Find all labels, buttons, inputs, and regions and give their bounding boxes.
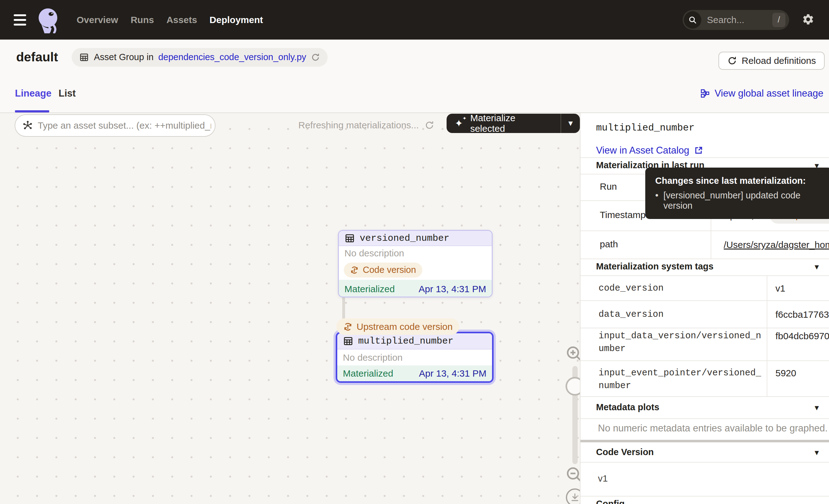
section-header-config[interactable]: Config <box>596 499 625 504</box>
section-divider <box>580 440 829 442</box>
asset-node-description: No description <box>339 246 492 260</box>
path-value-link[interactable]: /Users/sryza/dagster_home/storage/multip <box>724 240 829 250</box>
code-version-chip: Code version <box>344 262 422 278</box>
collapse-caret-icon[interactable]: ▼ <box>813 263 820 271</box>
divider <box>580 230 829 231</box>
code-version-chip-label: Code version <box>363 265 416 275</box>
asset-detail-panel: multiplied_number View in Asset Catalog … <box>580 113 829 504</box>
settings-gear-icon[interactable] <box>801 13 815 27</box>
asset-subset-input[interactable] <box>38 120 211 131</box>
divider <box>580 157 829 158</box>
page-title: default <box>16 50 58 65</box>
row-key-timestamp: Timestamp <box>600 210 646 220</box>
changes-tooltip-item: [versioned_number] updated code version <box>663 190 822 211</box>
reload-definitions-button[interactable]: Reload definitions <box>718 52 825 70</box>
materialization-timestamp-link[interactable]: Apr 13, 4:31 PM <box>419 284 486 294</box>
tag-key: input_data_version/versioned_number <box>599 330 763 355</box>
lineage-graph-icon <box>700 88 710 99</box>
asset-node-versioned-number[interactable]: versioned_number No description Code ver… <box>338 230 493 297</box>
asset-graph-filter-icon <box>22 120 33 131</box>
materialized-status: Materialized <box>343 368 393 379</box>
lineage-graph-canvas[interactable]: Refreshing materializations... ✦✦ Materi… <box>0 113 580 504</box>
divider <box>580 258 829 259</box>
view-global-asset-lineage-label: View global asset lineage <box>715 88 823 99</box>
primary-nav: Overview Runs Assets Deployment <box>77 12 263 28</box>
collapse-caret-icon[interactable]: ▼ <box>813 404 820 412</box>
zoom-out-icon[interactable] <box>564 464 580 485</box>
tab-lineage[interactable]: Lineage <box>15 88 51 99</box>
asset-node-description: No description <box>337 350 492 365</box>
sparkle-icon: ✦✦ <box>455 118 465 129</box>
materialized-status: Materialized <box>345 284 395 294</box>
metadata-plots-empty-text: No numeric metadata entries available to… <box>598 423 828 434</box>
asset-group-prefix: Asset Group in <box>94 52 153 62</box>
section-header-metadata-plots[interactable]: Metadata plots <box>596 402 659 412</box>
divider <box>580 300 829 301</box>
asset-table-icon <box>345 233 355 244</box>
dagster-logo-icon[interactable] <box>36 6 62 33</box>
asset-group-file-link[interactable]: dependencies_code_version_only.py <box>158 52 306 62</box>
nav-item-overview[interactable]: Overview <box>77 12 118 28</box>
divider <box>580 328 829 328</box>
view-global-asset-lineage-link[interactable]: View global asset lineage <box>700 88 823 99</box>
collapse-caret-icon[interactable]: ▼ <box>813 448 820 457</box>
asset-node-name: multiplied_number <box>358 336 454 347</box>
tag-value: 5920 <box>776 368 796 379</box>
menu-icon[interactable] <box>14 14 26 26</box>
view-in-asset-catalog-label: View in Asset Catalog <box>596 145 689 156</box>
column-divider <box>767 275 767 396</box>
upstream-code-version-label: Upstream code version <box>357 321 453 332</box>
materialize-split-button: ✦✦ Materialize selected ▼ <box>446 114 580 133</box>
refresh-icon[interactable] <box>311 52 320 62</box>
row-key-path: path <box>600 239 618 250</box>
materialize-selected-label: Materialize selected <box>470 114 552 133</box>
tag-value: f6ccba177638 <box>776 309 829 320</box>
upstream-code-version-badge[interactable]: Upstream code version <box>336 318 459 335</box>
asset-node-multiplied-number[interactable]: multiplied_number No description Materia… <box>336 332 494 383</box>
materialize-selected-button[interactable]: ✦✦ Materialize selected <box>446 114 561 133</box>
nav-item-assets[interactable]: Assets <box>166 12 197 28</box>
refreshing-label: Refreshing materializations... <box>298 120 419 131</box>
materialization-timestamp-link[interactable]: Apr 13, 4:31 PM <box>419 368 486 379</box>
search-shortcut-hint: / <box>772 13 785 27</box>
section-header-code-version[interactable]: Code Version <box>596 447 654 457</box>
download-graph-icon[interactable] <box>566 489 580 504</box>
bullet: • <box>655 190 658 211</box>
divider <box>580 275 829 276</box>
divider <box>580 396 829 397</box>
asset-node-badges: Code version <box>339 260 492 280</box>
global-search[interactable]: / <box>683 10 789 30</box>
tag-key: code_version <box>599 282 763 295</box>
reload-icon <box>727 56 737 66</box>
section-header-system-tags[interactable]: Materialization system tags <box>596 261 714 272</box>
asset-group-icon <box>79 52 89 62</box>
search-icon <box>684 11 701 29</box>
divider <box>580 360 829 361</box>
panel-asset-name: multiplied_number <box>596 122 694 133</box>
tab-list[interactable]: List <box>59 88 76 99</box>
code-version-value: v1 <box>598 473 608 484</box>
divider <box>580 496 829 497</box>
page-header: default Asset Group in dependencies_code… <box>0 40 829 75</box>
active-tab-underline <box>15 110 49 112</box>
refresh-icon[interactable] <box>425 120 434 130</box>
tag-key: input_event_pointer/versioned_number <box>599 367 763 392</box>
view-in-asset-catalog-link[interactable]: View in Asset Catalog <box>596 145 703 156</box>
search-input[interactable] <box>701 15 772 25</box>
dagster-app: Overview Runs Assets Deployment / defaul… <box>0 0 829 504</box>
nav-item-runs[interactable]: Runs <box>131 12 154 28</box>
asset-subset-filter <box>15 114 216 137</box>
materialize-dropdown-caret[interactable]: ▼ <box>561 114 580 133</box>
zoom-slider-handle[interactable] <box>566 377 580 396</box>
tag-key: data_version <box>599 308 763 321</box>
external-link-icon <box>694 146 703 155</box>
asset-node-footer: Materialized Apr 13, 4:31 PM <box>339 280 492 297</box>
asset-group-pill: Asset Group in dependencies_code_version… <box>72 48 328 67</box>
tabs-row: Lineage List View global asset lineage <box>0 75 829 113</box>
asset-table-icon <box>343 336 354 347</box>
nav-item-deployment[interactable]: Deployment <box>210 12 263 28</box>
divider <box>580 462 829 463</box>
zoom-in-icon[interactable] <box>564 344 580 364</box>
asset-node-header: versioned_number <box>339 231 492 246</box>
changes-tooltip: Changes since last materialization: • [v… <box>645 168 829 219</box>
